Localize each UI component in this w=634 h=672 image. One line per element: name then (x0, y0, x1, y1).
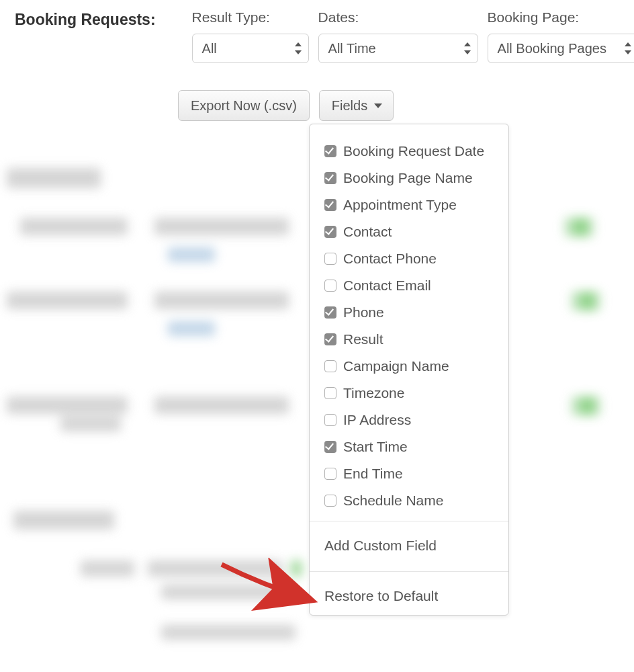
filter-label: Booking Page: (488, 9, 634, 26)
button-label: Export Now (.csv) (191, 98, 297, 114)
filter-label: Result Type: (192, 9, 309, 26)
field-option[interactable]: IP Address (310, 407, 508, 433)
field-option-label: Appointment Type (343, 197, 457, 213)
chevrons-icon (625, 42, 631, 54)
checkbox-icon[interactable] (324, 306, 336, 319)
filter-label: Dates: (318, 9, 478, 26)
field-option[interactable]: Booking Page Name (310, 165, 508, 192)
select-value: All Time (328, 41, 376, 56)
field-option[interactable]: Campaign Name (310, 353, 508, 380)
field-option[interactable]: End Time (310, 460, 508, 487)
checkbox-icon[interactable] (324, 414, 336, 426)
action-row: Export Now (.csv) Fields (178, 90, 634, 121)
field-option[interactable]: Contact Phone (310, 245, 508, 272)
checkbox-icon[interactable] (324, 226, 336, 238)
field-option-label: End Time (343, 466, 403, 482)
checkbox-icon[interactable] (324, 172, 336, 184)
field-option-label: Contact Phone (343, 251, 437, 267)
separator (310, 521, 508, 521)
fields-dropdown: Booking Request DateBooking Page NameApp… (309, 124, 509, 616)
checkbox-icon[interactable] (324, 145, 336, 157)
caret-down-icon (374, 103, 382, 108)
field-option[interactable]: Start Time (310, 433, 508, 460)
checkbox-icon[interactable] (324, 360, 336, 372)
checkbox-icon[interactable] (324, 387, 336, 399)
field-option[interactable]: Booking Request Date (310, 138, 508, 165)
field-option[interactable]: Appointment Type (310, 192, 508, 218)
field-option-label: Timezone (343, 385, 404, 401)
field-option-label: Result (343, 331, 383, 347)
field-option-label: Contact Email (343, 278, 431, 294)
button-label: Fields (332, 98, 367, 114)
field-option-label: Schedule Name (343, 493, 443, 509)
field-option-label: Phone (343, 304, 384, 321)
restore-default[interactable]: Restore to Default (310, 579, 508, 615)
select-booking-page[interactable]: All Booking Pages (488, 34, 634, 63)
annotation-arrow (215, 558, 322, 618)
chevrons-icon (295, 42, 302, 54)
add-custom-field[interactable]: Add Custom Field (310, 528, 508, 564)
checkbox-icon[interactable] (324, 333, 336, 345)
export-button[interactable]: Export Now (.csv) (178, 90, 310, 121)
select-dates[interactable]: All Time (318, 34, 478, 63)
field-option-label: Booking Request Date (343, 143, 484, 159)
checkbox-icon[interactable] (324, 199, 336, 211)
select-value: All Booking Pages (498, 41, 606, 56)
field-option-label: Contact (343, 224, 392, 240)
chevrons-icon (464, 42, 471, 54)
field-option[interactable]: Schedule Name (310, 487, 508, 514)
field-option-label: Start Time (343, 439, 408, 455)
field-option[interactable]: Contact Email (310, 272, 508, 299)
field-option-label: Campaign Name (343, 358, 449, 374)
checkbox-icon[interactable] (324, 253, 336, 265)
field-option[interactable]: Result (310, 326, 508, 353)
select-result-type[interactable]: All (192, 34, 309, 63)
checkbox-icon[interactable] (324, 280, 336, 292)
filter-dates: Dates: All Time (318, 9, 478, 63)
filter-result-type: Result Type: All (192, 9, 309, 63)
field-option[interactable]: Contact (310, 218, 508, 245)
select-value: All (202, 41, 217, 56)
fields-button[interactable]: Fields (319, 90, 394, 121)
checkbox-icon[interactable] (324, 441, 336, 453)
field-option-label: IP Address (343, 412, 411, 428)
field-option[interactable]: Phone (310, 299, 508, 326)
filter-booking-page: Booking Page: All Booking Pages (488, 9, 634, 63)
field-option-label: Booking Page Name (343, 170, 473, 186)
separator (310, 571, 508, 572)
field-option[interactable]: Timezone (310, 380, 508, 407)
filter-bar: Booking Requests: Result Type: All Dates… (0, 0, 634, 63)
page-title: Booking Requests: (15, 11, 156, 29)
checkbox-icon[interactable] (324, 495, 336, 507)
checkbox-icon[interactable] (324, 468, 336, 480)
